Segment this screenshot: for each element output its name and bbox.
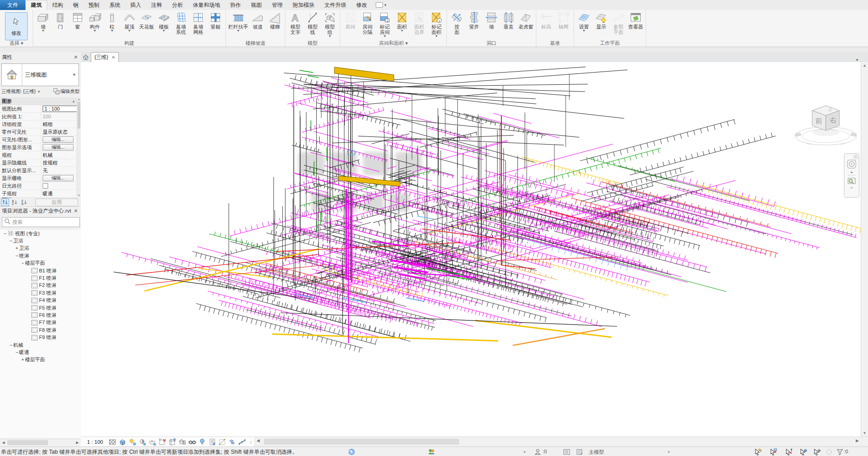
ribbon-button-墙[interactable]: 墙▼: [34, 11, 52, 33]
tree-item-喷淋[interactable]: −喷淋: [0, 252, 81, 259]
browser-search-input[interactable]: 搜索: [2, 217, 80, 227]
scroll-right-icon[interactable]: ▶: [74, 440, 81, 446]
property-value[interactable]: 显示原状态: [41, 128, 77, 136]
collapse-icon[interactable]: −: [20, 261, 25, 266]
tree-item-F3 喷淋[interactable]: F3 喷淋: [0, 289, 81, 296]
ribbon-group-label[interactable]: 房间和面积 ▾: [340, 40, 446, 47]
property-value[interactable]: [41, 182, 77, 189]
chevron-down-icon[interactable]: ▼: [667, 450, 671, 454]
shadows-icon[interactable]: [137, 438, 147, 446]
collapse-icon[interactable]: ‹: [247, 440, 254, 445]
select-links-icon[interactable]: [754, 448, 762, 456]
displacement-sets-icon[interactable]: [227, 438, 237, 446]
ribbon-button-竖梃[interactable]: 竖梃: [207, 11, 224, 30]
ribbon-button-幕墙系统[interactable]: 幕墙系统: [172, 11, 190, 35]
tree-item-F2 喷淋[interactable]: F2 喷淋: [0, 282, 81, 289]
collapse-icon[interactable]: −: [9, 238, 13, 243]
ribbon-button-幕墙网格[interactable]: 幕墙网格: [190, 11, 207, 35]
ribbon-button-窗[interactable]: 窗: [69, 11, 86, 30]
ribbon-button-栏杆扶手[interactable]: 栏杆扶手▼: [227, 11, 249, 33]
scroll-up-icon[interactable]: ▲: [861, 62, 868, 69]
ribbon-button-设置[interactable]: 设置▼: [575, 11, 593, 33]
tree-item-F8 喷淋[interactable]: F8 喷淋: [0, 326, 81, 334]
ribbon-button-显示[interactable]: 显示: [593, 11, 610, 30]
ribbon-button-墙[interactable]: 墙: [483, 11, 500, 30]
view-tab-3d[interactable]: {三维} ✕: [91, 52, 119, 62]
horizontal-scrollbar[interactable]: ◀ ▶: [255, 437, 868, 447]
file-menu-button[interactable]: 文件: [0, 0, 25, 10]
tree-item-B1 喷淋[interactable]: B1 喷淋: [0, 267, 81, 274]
property-value[interactable]: 100: [41, 113, 77, 120]
ribbon-button-楼板[interactable]: 楼板▼: [155, 11, 172, 33]
modify-button[interactable]: 修改: [5, 12, 28, 40]
tree-item-机械[interactable]: −机械: [0, 341, 81, 349]
property-value[interactable]: 机械: [41, 151, 77, 159]
browser-hscrollbar[interactable]: ◀ ▶: [0, 439, 81, 446]
temporary-view-properties-icon[interactable]: [207, 438, 217, 446]
ribbon-button-楼梯[interactable]: 楼梯: [266, 11, 284, 30]
ribbon-button-面积[interactable]: 面积▼: [393, 11, 411, 33]
ribbon-group-label[interactable]: 模型: [285, 40, 340, 47]
menu-tab-注释[interactable]: 注释: [146, 0, 167, 10]
sun-path-icon[interactable]: [128, 438, 137, 446]
navigation-bar[interactable]: [844, 153, 859, 198]
tree-item-F9 喷淋[interactable]: F9 喷淋: [0, 334, 81, 341]
menu-tab-视图[interactable]: 视图: [246, 0, 267, 10]
workset-list-icon[interactable]: [563, 448, 570, 456]
menu-tab-管理[interactable]: 管理: [267, 0, 288, 10]
tree-item-暖通[interactable]: −暖通: [0, 349, 81, 356]
ribbon-group-label[interactable]: 楼梯坡道: [226, 40, 285, 47]
apply-button[interactable]: 应用: [35, 199, 78, 206]
tree-item-楼层平面[interactable]: −楼层平面: [0, 260, 81, 267]
drag-on-selection-icon[interactable]: [813, 448, 821, 456]
worksets-status-icon[interactable]: [427, 448, 435, 456]
select-pinned-icon[interactable]: [785, 448, 793, 456]
menu-tab-建筑[interactable]: 建筑: [25, 0, 47, 10]
tree-item-楼层平面[interactable]: +楼层平面: [0, 356, 81, 364]
ribbon-button-查看器[interactable]: 查看器: [627, 11, 644, 30]
sort-descending-icon[interactable]: ZA: [20, 199, 28, 206]
scroll-right-icon[interactable]: ▶: [856, 438, 859, 443]
expand-icon[interactable]: +: [15, 246, 19, 251]
menu-tab-钢[interactable]: 钢: [68, 0, 83, 10]
ribbon-button-标记房间[interactable]: 1标记房间▼: [376, 11, 393, 38]
menu-tab-文件升级[interactable]: 文件升级: [319, 0, 351, 10]
ribbon-button-垂直[interactable]: 垂直: [500, 11, 517, 30]
ribbon-button-屋顶[interactable]: 屋顶▼: [121, 11, 138, 33]
editable-users-icon[interactable]: [534, 448, 541, 456]
menu-tab-预制[interactable]: 预制: [83, 0, 104, 10]
ribbon-button-模型文字[interactable]: A模型文字: [287, 11, 304, 35]
tree-item-F5 喷淋[interactable]: F5 喷淋: [0, 304, 81, 311]
ribbon-button-房间分隔[interactable]: 房间分隔: [359, 11, 376, 35]
viewcube[interactable]: 前右上: [792, 100, 860, 152]
close-icon[interactable]: ✕: [73, 208, 79, 214]
property-value[interactable]: 1 : 100: [41, 105, 77, 112]
ribbon-button-柱[interactable]: 柱▼: [103, 11, 121, 33]
menu-tab-分析[interactable]: 分析: [167, 0, 188, 10]
reveal-hidden-elements-icon[interactable]: [197, 438, 207, 446]
ribbon-button-天花板[interactable]: 天花板: [138, 11, 155, 30]
menu-tab-协作[interactable]: 协作: [225, 0, 246, 10]
type-selector[interactable]: 三维视图 ▼: [1, 63, 79, 86]
property-value[interactable]: 按规程: [41, 159, 77, 166]
tab-list-icon[interactable]: ▼: [855, 58, 859, 62]
menu-tab-结构[interactable]: 结构: [47, 0, 68, 10]
menu-tab-修改[interactable]: 修改: [351, 0, 372, 10]
sort-default-icon[interactable]: [1, 199, 9, 206]
temporary-hide-isolate-icon[interactable]: [187, 438, 197, 446]
tree-item-F4 喷淋[interactable]: F4 喷淋: [0, 297, 81, 304]
menu-tab-插入[interactable]: 插入: [125, 0, 146, 10]
ribbon-group-label[interactable]: 构建: [33, 40, 226, 47]
select-underlay-icon[interactable]: [770, 448, 777, 456]
active-workset-label[interactable]: 主模型: [589, 449, 604, 456]
ribbon-button-模型组[interactable]: 模型组▼: [321, 11, 338, 38]
property-value[interactable]: 编辑...: [41, 175, 77, 182]
visual-style-icon[interactable]: [118, 438, 128, 446]
properties-section-header[interactable]: 图形▲: [0, 97, 77, 105]
background-processes-icon[interactable]: [348, 448, 355, 456]
collapse-icon[interactable]: −: [15, 253, 19, 258]
collapse-icon[interactable]: −: [9, 343, 13, 348]
properties-scrollbar[interactable]: ▲ ▼: [77, 97, 81, 197]
select-by-face-icon[interactable]: [799, 448, 807, 456]
ribbon-button-坡道[interactable]: 坡道: [249, 11, 266, 30]
